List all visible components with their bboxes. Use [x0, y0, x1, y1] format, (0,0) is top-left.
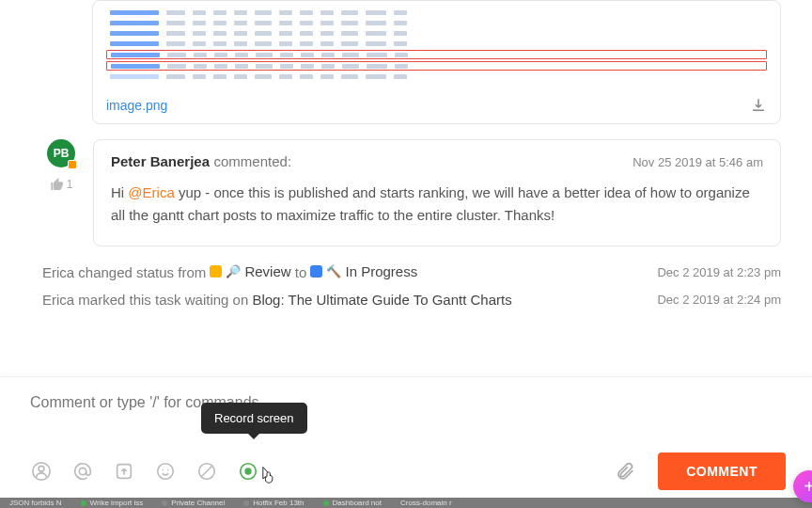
activity-timestamp: Dec 2 2019 at 2:24 pm	[657, 293, 781, 307]
taskbar-item[interactable]: JSON forbids N	[9, 499, 62, 507]
svg-point-5	[163, 468, 164, 469]
taskbar-item[interactable]: Dashboard not	[323, 499, 382, 507]
like-button[interactable]: 1	[50, 177, 73, 192]
taskbar-item[interactable]: Hotfix Feb 13th	[243, 499, 304, 507]
assign-icon[interactable]	[30, 460, 53, 483]
comment-card: Peter Banerjea commented: Nov 25 2019 at…	[93, 139, 781, 246]
commenter-name: Peter Banerjea	[111, 153, 210, 169]
status-from: Review	[244, 263, 290, 279]
commented-label: commented:	[214, 153, 292, 169]
taskbar: JSON forbids N Wrike import iss Private …	[0, 498, 812, 508]
avatar-status-badge	[68, 160, 77, 169]
avatar-initials: PB	[54, 147, 70, 160]
thumbs-up-icon	[50, 177, 65, 192]
attachment-thumbnail[interactable]	[106, 7, 767, 89]
comment-text-prefix: Hi	[111, 184, 128, 200]
mention-icon[interactable]	[71, 460, 94, 483]
linked-task-name[interactable]: Blog: The Ultimate Guide To Gantt Charts	[252, 292, 511, 308]
svg-point-2	[79, 468, 86, 474]
emoji-icon[interactable]	[154, 460, 177, 483]
magnifier-icon: 🔎	[226, 264, 241, 278]
status-color-yellow	[210, 265, 222, 278]
attachment-icon[interactable]	[615, 461, 635, 482]
compose-area: COMMENT Record screen	[0, 376, 812, 498]
comment-body: Hi @Erica yup - once this is published a…	[111, 182, 763, 227]
activity-to-label: to	[295, 264, 311, 280]
activity-prefix: Erica changed status from	[42, 264, 210, 280]
svg-point-9	[244, 468, 251, 474]
svg-point-4	[158, 464, 174, 480]
hammer-icon: 🔨	[326, 264, 341, 278]
activity-status-change: Erica changed status from 🔎 Review to 🔨 …	[42, 263, 781, 280]
download-icon[interactable]	[750, 97, 767, 114]
upload-icon[interactable]	[113, 460, 135, 483]
attachment-filename[interactable]: image.png	[106, 98, 167, 113]
comment-block: PB 1 Peter Banerjea commented: Nov 25 20…	[42, 139, 781, 246]
activity-prefix: Erica marked this task waiting on	[42, 292, 252, 308]
activity-timestamp: Dec 2 2019 at 2:23 pm	[657, 265, 781, 279]
comment-input[interactable]	[30, 394, 786, 411]
tooltip-record-screen: Record screen	[201, 403, 307, 434]
taskbar-item[interactable]: Cross-domain r	[400, 499, 452, 507]
svg-point-6	[167, 468, 168, 469]
block-icon[interactable]	[195, 460, 218, 483]
svg-point-0	[39, 466, 44, 471]
taskbar-item[interactable]: Wrike import iss	[81, 499, 144, 507]
comment-text-rest: yup - once this is published and starts …	[111, 184, 750, 223]
status-color-blue	[310, 265, 322, 278]
status-to: In Progress	[345, 263, 417, 279]
submit-comment-button[interactable]: COMMENT	[658, 452, 786, 490]
comment-timestamp: Nov 25 2019 at 5:46 am	[632, 155, 763, 169]
plus-icon: +	[804, 476, 812, 498]
record-screen-icon[interactable]	[237, 460, 259, 483]
attachment-card: image.png	[92, 0, 781, 124]
taskbar-item[interactable]: Private Channel	[162, 499, 225, 507]
activity-waiting-on: Erica marked this task waiting on Blog: …	[42, 292, 781, 308]
avatar[interactable]: PB	[47, 139, 75, 167]
user-mention[interactable]: @Erica	[128, 184, 174, 200]
like-count: 1	[67, 178, 73, 191]
